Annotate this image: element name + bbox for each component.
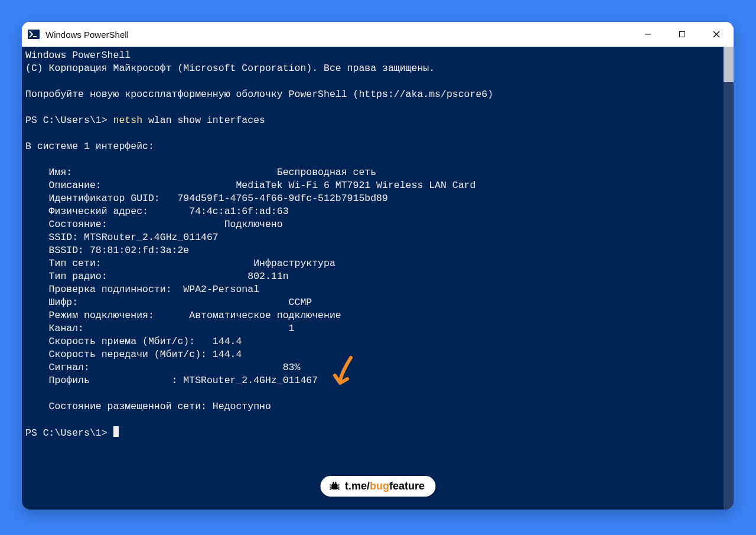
maximize-button[interactable] xyxy=(665,22,699,47)
interface-line: Профиль : MTSRouter_2.4GHz_011467 xyxy=(25,375,318,386)
term-line: Состояние размещенной сети: Недоступно xyxy=(25,401,271,412)
svg-line-9 xyxy=(330,485,331,485)
term-line: Попробуйте новую кроссплатформенную обол… xyxy=(25,89,493,100)
interface-line: Идентификатор GUID: 794d59f1-4765-4f66-9… xyxy=(25,193,388,204)
prompt-line: PS C:\Users\1> netsh wlan show interface… xyxy=(25,115,265,126)
powershell-window: Windows PowerShell Windows PowerShell (С… xyxy=(22,22,734,510)
terminal-output[interactable]: Windows PowerShell (С) Корпорация Майкро… xyxy=(22,47,724,510)
svg-line-14 xyxy=(337,488,339,489)
terminal-area: Windows PowerShell (С) Корпорация Майкро… xyxy=(22,47,734,510)
interface-line: Состояние: Подключено xyxy=(25,219,283,230)
close-button[interactable] xyxy=(699,22,734,47)
interface-line: Скорость приема (Мбит/с): 144.4 xyxy=(25,336,242,347)
svg-rect-6 xyxy=(331,484,337,489)
term-line: В системе 1 интерфейс: xyxy=(25,141,154,152)
cursor xyxy=(113,426,119,437)
interface-line: Скорость передачи (Мбит/с): 144.4 xyxy=(25,349,242,360)
watermark-feature: feature xyxy=(389,480,425,492)
bug-icon xyxy=(328,481,340,492)
term-line: (С) Корпорация Майкрософт (Microsoft Cor… xyxy=(25,63,435,74)
interface-line: Физический адрес: 74:4c:a1:6f:ad:63 xyxy=(25,206,289,217)
interface-line: Описание: MediaTek Wi-Fi 6 MT7921 Wirele… xyxy=(25,180,475,191)
minimize-button[interactable] xyxy=(631,22,665,47)
interface-line: Сигнал: 83% xyxy=(25,362,300,373)
prompt-line: PS C:\Users\1> xyxy=(25,427,119,439)
svg-line-12 xyxy=(337,485,339,485)
svg-rect-3 xyxy=(680,32,685,37)
command-name: netsh xyxy=(113,115,143,126)
term-line: Windows PowerShell xyxy=(25,50,131,61)
scrollbar-thumb[interactable] xyxy=(724,47,734,82)
interface-line: Шифр: CCMP xyxy=(25,297,312,308)
interface-line: Проверка подлинности: WPA2-Personal xyxy=(25,284,259,295)
svg-line-11 xyxy=(330,488,331,489)
watermark-bug: bug xyxy=(370,480,389,492)
interface-line: SSID: MTSRouter_2.4GHz_011467 xyxy=(25,232,219,243)
scrollbar[interactable] xyxy=(724,47,734,510)
window-buttons xyxy=(631,22,734,47)
interface-line: Тип радио: 802.11n xyxy=(25,271,289,282)
interface-line: Канал: 1 xyxy=(25,323,294,334)
interface-line: Тип сети: Инфраструктура xyxy=(25,258,335,269)
interface-line: BSSID: 78:81:02:fd:3a:2e xyxy=(25,245,189,256)
powershell-icon xyxy=(28,28,40,40)
svg-rect-8 xyxy=(335,482,336,484)
svg-rect-7 xyxy=(333,482,334,484)
svg-rect-0 xyxy=(28,30,40,39)
watermark-badge[interactable]: t.me/bugfeature xyxy=(320,476,435,497)
interface-line: Режим подключения: Автоматическое подклю… xyxy=(25,310,341,321)
titlebar[interactable]: Windows PowerShell xyxy=(22,22,734,47)
interface-line: Имя: Беспроводная сеть xyxy=(25,167,376,178)
watermark-prefix: t.me/ xyxy=(345,480,370,492)
window-title: Windows PowerShell xyxy=(45,30,631,40)
